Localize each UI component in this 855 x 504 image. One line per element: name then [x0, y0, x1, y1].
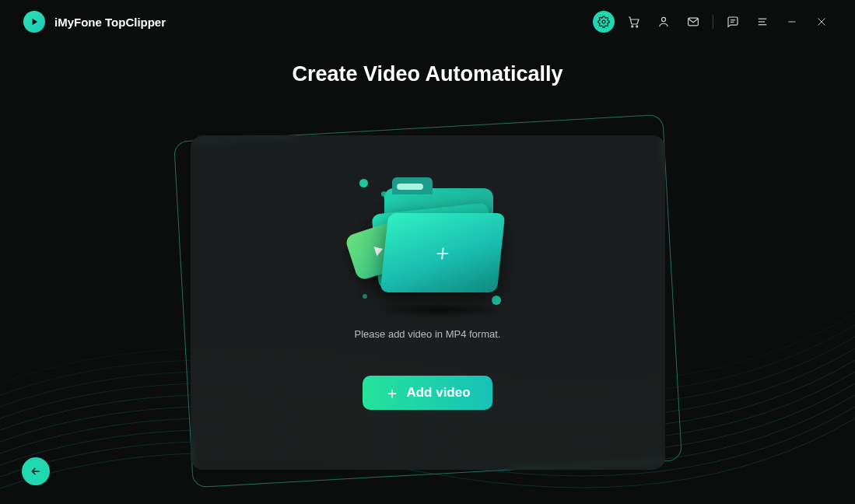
drop-card[interactable]: ＋ Please add video in MP4 format. ＋ Add … — [191, 135, 665, 470]
illus-shadow — [377, 303, 504, 317]
mail-icon[interactable] — [678, 7, 708, 37]
svg-point-3 — [636, 26, 638, 27]
page-title: Create Video Automatically — [0, 62, 855, 86]
message-square-icon[interactable] — [718, 7, 748, 37]
svg-point-1 — [602, 20, 605, 23]
folder-front-icon: ＋ — [380, 213, 505, 292]
format-hint: Please add video in MP4 format. — [355, 328, 501, 340]
drop-card-wrap: ＋ Please add video in MP4 format. ＋ Add … — [191, 135, 665, 470]
titlebar: iMyFone TopClipper — [0, 0, 855, 44]
header-divider — [713, 15, 713, 29]
decor-dot-icon — [363, 294, 367, 299]
svg-marker-14 — [373, 244, 384, 256]
app-logo-icon — [23, 11, 45, 33]
svg-point-4 — [661, 17, 665, 21]
arrow-left-icon — [30, 465, 42, 478]
add-video-button[interactable]: ＋ Add video — [363, 376, 492, 410]
decor-dot-icon — [492, 296, 501, 305]
header-actions — [593, 7, 836, 37]
decor-dot-icon — [359, 179, 368, 187]
main-stage: Create Video Automatically ＋ — [0, 44, 855, 504]
gear-icon[interactable] — [593, 11, 615, 33]
brand: iMyFone TopClipper — [23, 11, 166, 33]
svg-point-2 — [632, 26, 633, 27]
folder-illustration: ＋ — [327, 157, 529, 320]
cart-icon[interactable] — [619, 7, 649, 37]
user-icon[interactable] — [649, 7, 678, 37]
close-icon[interactable] — [807, 7, 836, 37]
svg-marker-0 — [33, 19, 37, 25]
plus-icon: ＋ — [430, 242, 454, 264]
menu-icon[interactable] — [748, 7, 777, 37]
minimize-icon[interactable] — [777, 7, 807, 37]
add-video-label: Add video — [406, 385, 470, 401]
back-button[interactable] — [22, 457, 50, 485]
app-name: iMyFone TopClipper — [54, 16, 166, 29]
